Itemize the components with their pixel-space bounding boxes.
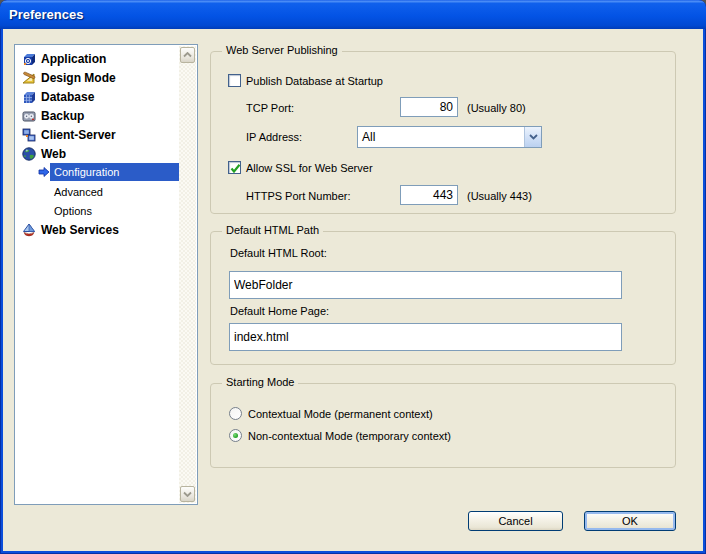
sidebar-item-label: Application: [41, 52, 106, 66]
https-port-label: HTTPS Port Number:: [246, 190, 351, 202]
sidebar-item-label: Database: [41, 90, 94, 104]
tree-scrollbar[interactable]: [179, 46, 196, 503]
cancel-button[interactable]: Cancel: [468, 511, 563, 531]
client-server-icon: [21, 127, 37, 143]
sidebar-item-client-server[interactable]: Client-Server: [15, 125, 116, 144]
sidebar-item-design-mode[interactable]: Design Mode: [15, 68, 116, 87]
https-port-input[interactable]: [400, 185, 458, 205]
web-services-icon: [21, 222, 37, 238]
web-icon: [21, 146, 37, 162]
scroll-up-button[interactable]: [180, 47, 195, 63]
sidebar-item-label: Configuration: [50, 166, 119, 178]
application-icon: [21, 51, 37, 67]
sidebar-item-options[interactable]: Options: [50, 201, 92, 220]
chevron-up-icon: [183, 52, 192, 58]
titlebar[interactable]: Preferences: [0, 0, 706, 29]
publish-database-checkbox[interactable]: [228, 74, 241, 87]
chevron-down-icon: [529, 134, 538, 140]
sidebar-item-label: Advanced: [50, 186, 103, 198]
group-title: Starting Mode: [222, 376, 298, 388]
non-contextual-mode-radio[interactable]: [229, 429, 242, 442]
https-port-hint: (Usually 443): [467, 190, 532, 202]
tcp-port-input[interactable]: [400, 97, 458, 117]
sidebar-item-label: Web: [41, 147, 66, 161]
ok-button[interactable]: OK: [584, 511, 676, 531]
chevron-down-icon: [183, 491, 192, 497]
contextual-mode-label: Contextual Mode (permanent context): [248, 408, 433, 420]
ip-address-select[interactable]: All: [357, 126, 542, 148]
sidebar-item-label: Backup: [41, 109, 84, 123]
combo-dropdown-button[interactable]: [524, 127, 541, 147]
design-mode-icon: [21, 70, 37, 86]
current-item-arrow-icon: [38, 166, 50, 178]
allow-ssl-label: Allow SSL for Web Server: [246, 162, 373, 174]
default-home-page-label: Default Home Page:: [230, 305, 329, 317]
backup-icon: [21, 108, 37, 124]
allow-ssl-checkbox[interactable]: [228, 161, 241, 174]
sidebar-item-backup[interactable]: Backup: [15, 106, 84, 125]
default-home-page-input[interactable]: [229, 323, 622, 351]
scroll-down-button[interactable]: [180, 486, 195, 502]
sidebar-item-advanced[interactable]: Advanced: [50, 182, 103, 201]
sidebar-item-label: Options: [50, 205, 92, 217]
non-contextual-mode-label: Non-contextual Mode (temporary context): [248, 430, 451, 442]
database-icon: [21, 89, 37, 105]
default-html-root-input[interactable]: [229, 271, 622, 299]
checkmark-icon: [229, 162, 242, 175]
sidebar-item-label: Design Mode: [41, 71, 116, 85]
publish-database-label: Publish Database at Startup: [246, 75, 383, 87]
sidebar-item-database[interactable]: Database: [15, 87, 94, 106]
ip-address-value: All: [358, 130, 524, 144]
radio-selected-dot: [233, 433, 238, 438]
default-html-root-label: Default HTML Root:: [230, 247, 327, 259]
group-title: Web Server Publishing: [222, 44, 342, 56]
tcp-port-hint: (Usually 80): [467, 102, 526, 114]
window-title: Preferences: [0, 7, 83, 22]
dialog-body: Application Design Mode Database: [3, 29, 703, 551]
group-title: Default HTML Path: [222, 224, 323, 236]
sidebar-item-web[interactable]: Web: [15, 144, 66, 163]
starting-mode-group: Starting Mode: [210, 383, 676, 468]
contextual-mode-radio[interactable]: [229, 407, 242, 420]
sidebar-item-application[interactable]: Application: [15, 49, 106, 68]
sidebar-item-label: Web Services: [41, 223, 119, 237]
preferences-tree: Application Design Mode Database: [14, 44, 198, 505]
preferences-dialog: Preferences Application: [0, 0, 706, 554]
sidebar-item-configuration[interactable]: Configuration: [50, 163, 183, 181]
tcp-port-label: TCP Port:: [246, 102, 294, 114]
sidebar-item-web-services[interactable]: Web Services: [15, 220, 119, 239]
sidebar-item-label: Client-Server: [41, 128, 116, 142]
ip-address-label: IP Address:: [246, 131, 302, 143]
